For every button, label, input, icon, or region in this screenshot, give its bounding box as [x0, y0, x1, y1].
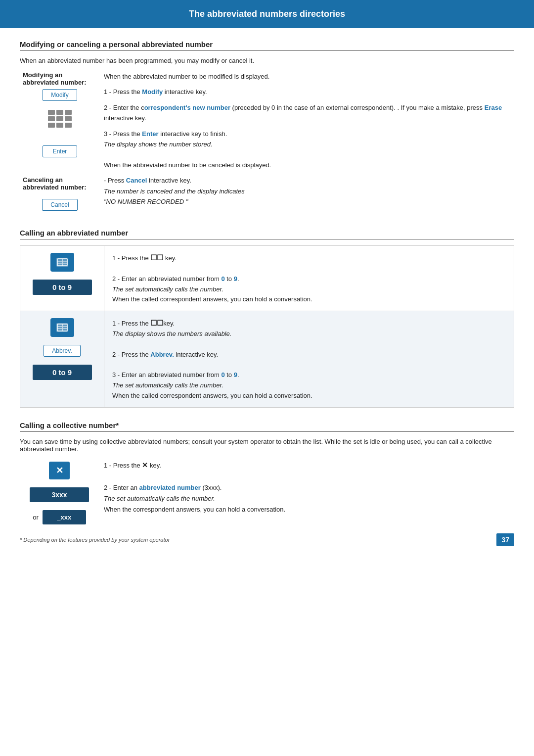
footnote-text: * Depending on the features provided by …: [20, 537, 170, 543]
key4: [48, 116, 55, 121]
collective-grid: ✕ 3xxx or _xxx 1 - Press the ✕ key. 2 - …: [20, 460, 514, 524]
section-calling-abbrev: Calling an abbreviated number 0 to: [20, 229, 514, 408]
phone-book-svg-2: [55, 322, 69, 333]
calling-row-1: 0 to 9 1 - Press the ☐☐ key. 2 - Enter a…: [20, 245, 514, 311]
xxx-button[interactable]: _xxx: [43, 510, 86, 524]
modifying-right-col: When the abbreviated number to be modifi…: [104, 71, 514, 215]
enter-button[interactable]: Enter: [43, 145, 77, 157]
step1-text: 1 - Press the Modify interactive key.: [104, 87, 514, 97]
section3-title: Calling a collective number*: [20, 421, 514, 432]
when-modify-text: When the abbreviated number to be modifi…: [104, 71, 514, 82]
collective-right-col: 1 - Press the ✕ key. 2 - Enter an abbrev…: [104, 460, 514, 524]
cancel-button[interactable]: Cancel: [42, 199, 77, 211]
calling-left-1: 0 to 9: [20, 246, 104, 311]
modifying-left-col: Modifying an abbreviated number: Modify: [20, 71, 104, 215]
or-row: or _xxx: [33, 510, 86, 524]
step2-text: 2 - Enter the correspondent's new number…: [104, 102, 514, 124]
or-label: or: [33, 514, 39, 521]
phone-book-icon-2: [50, 318, 74, 337]
key7: [48, 123, 55, 128]
section1-intro: When an abbreviated number has been prog…: [20, 57, 514, 64]
step3-text: 3 - Press the Enter interactive key to f…: [104, 129, 514, 150]
page-number-badge: 37: [496, 533, 514, 546]
key1: [48, 110, 55, 115]
0-to-9-button-1[interactable]: 0 to 9: [33, 280, 92, 295]
keypad-icon: [48, 110, 72, 128]
calling-right-2: 1 - Press the ☐☐key. The display shows t…: [104, 311, 514, 407]
star-inline-icon: ✕: [142, 461, 148, 469]
header-title: The abbreviated numbers directories: [189, 9, 345, 19]
abbrev-button[interactable]: Abbrev.: [44, 345, 80, 357]
key2: [56, 110, 63, 115]
footnote-row: * Depending on the features provided by …: [20, 533, 514, 546]
phone-book-icon-1: [50, 253, 74, 272]
calling-row-2: Abbrev. 0 to 9 1 - Press the ☐☐key. The …: [20, 311, 514, 408]
key5: [56, 116, 63, 121]
section1-title: Modifying or canceling a personal abbrev…: [20, 40, 514, 51]
calling-right-1: 1 - Press the ☐☐ key. 2 - Enter an abbre…: [104, 246, 514, 311]
page-header: The abbreviated numbers directories: [0, 0, 534, 28]
section3-intro: You can save time by using collective ab…: [20, 438, 514, 453]
key8: [56, 123, 63, 128]
phone-book-inline-icon-1: ☐☐: [150, 253, 163, 262]
key6: [65, 116, 72, 121]
3xxx-button[interactable]: 3xxx: [30, 487, 89, 502]
modifying-label: Modifying an abbreviated number:: [20, 71, 100, 86]
phone-book-svg-1: [55, 257, 69, 268]
key3: [65, 110, 72, 115]
section2-title: Calling an abbreviated number: [20, 229, 514, 239]
canceling-label: Canceling an abbreviated number:: [20, 176, 100, 191]
section-collective: Calling a collective number* You can sav…: [20, 421, 514, 546]
0-to-9-button-2[interactable]: 0 to 9: [33, 365, 92, 380]
section-modify-cancel: Modifying or canceling a personal abbrev…: [20, 40, 514, 215]
collective-left-col: ✕ 3xxx or _xxx: [20, 460, 104, 524]
phone-book-inline-icon-2: ☐☐: [150, 319, 163, 327]
key9: [65, 123, 72, 128]
modifying-grid: Modifying an abbreviated number: Modify: [20, 71, 514, 215]
when-cancel-text: When the abbreviated number to be cancel…: [104, 160, 514, 170]
modify-button[interactable]: Modify: [43, 89, 77, 101]
star-key-icon: ✕: [49, 462, 70, 479]
cancel-step-text: - Press Cancel interactive key. The numb…: [104, 175, 514, 207]
calling-left-2: Abbrev. 0 to 9: [20, 311, 104, 407]
